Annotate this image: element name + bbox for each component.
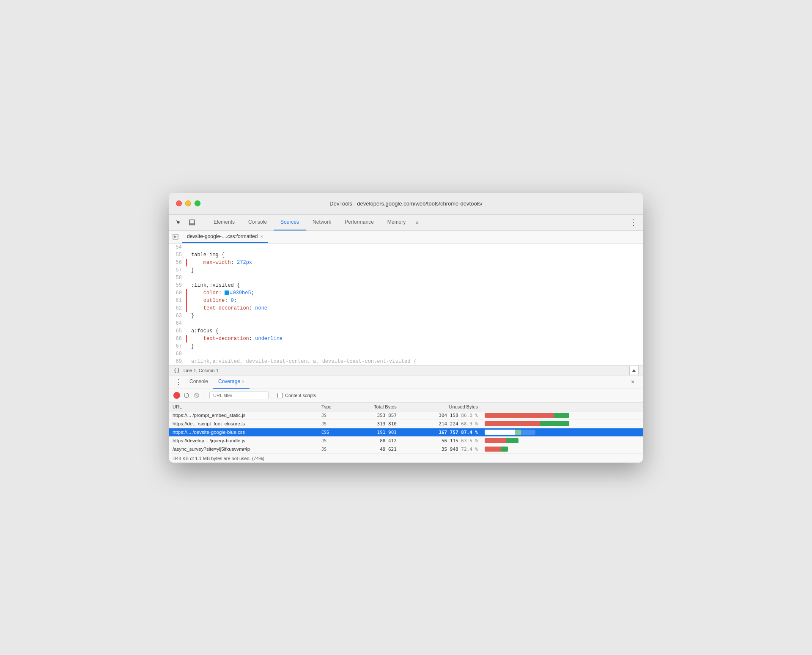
tab-memory[interactable]: Memory: [381, 215, 412, 230]
record-button[interactable]: [173, 392, 180, 399]
row-unused-bytes: 56 115 63.5 %: [400, 436, 481, 445]
row-total-bytes: 313 810: [348, 419, 400, 428]
row-unused-bytes: 35 948 72.4 %: [400, 445, 481, 453]
table-row[interactable]: https://... /prompt_embed_static.js JS 3…: [169, 411, 643, 419]
row-total-bytes: 49 621: [348, 445, 400, 453]
code-line-65: 65 a:focus {: [169, 327, 643, 335]
code-line-61: 61 outline: 0;: [169, 297, 643, 304]
code-content: text-decoration: none: [187, 304, 267, 312]
line-num: 62: [169, 304, 187, 312]
scroll-up-icon[interactable]: [629, 366, 639, 375]
clear-icon[interactable]: [193, 392, 200, 399]
tab-console[interactable]: Console: [241, 215, 274, 230]
svg-rect-1: [189, 223, 195, 225]
bottom-tab-more-icon[interactable]: ⋮: [173, 375, 184, 389]
cursor-icon[interactable]: [173, 217, 184, 228]
row-bar: [481, 419, 643, 428]
tab-performance[interactable]: Performance: [338, 215, 381, 230]
line-num: 67: [169, 343, 187, 350]
panel-close-button[interactable]: ×: [628, 377, 638, 387]
content-scripts-checkbox[interactable]: [277, 393, 283, 398]
coverage-tab-label: Coverage: [218, 378, 240, 384]
col-header-url: URL: [169, 403, 318, 411]
minimize-button[interactable]: [185, 200, 191, 206]
bottom-tabbar-right: ×: [628, 375, 639, 389]
row-type: CSS: [318, 428, 348, 436]
col-header-total-bytes: Total Bytes: [348, 403, 400, 411]
row-url: /async_survey?site=ylj5ifxusvvmr4p: [169, 445, 318, 453]
menu-icon[interactable]: ⋮: [628, 217, 639, 228]
tabbar-right: ⋮: [624, 215, 639, 230]
tab-elements[interactable]: Elements: [207, 215, 241, 230]
usage-bar: [485, 421, 569, 426]
bar-unused: [485, 413, 554, 418]
row-total-bytes: 191 901: [348, 428, 400, 436]
code-line-57: 57 }: [169, 266, 643, 274]
cursor-position: Line 1, Column 1: [184, 368, 219, 373]
row-total-bytes: 88 412: [348, 436, 400, 445]
reload-icon[interactable]: [183, 392, 190, 399]
table-header-row: URL Type Total Bytes Unused Bytes: [169, 403, 643, 411]
line-num: 57: [169, 266, 187, 274]
code-line-63: 63 }: [169, 312, 643, 320]
url-filter-input[interactable]: [209, 392, 269, 399]
bar-unused: [485, 421, 540, 426]
bar-used: [540, 421, 569, 426]
tab-sources[interactable]: Sources: [274, 215, 306, 230]
code-line-67: 67 }: [169, 343, 643, 350]
line-num: 68: [169, 350, 187, 358]
bar-used: [515, 430, 521, 435]
row-type: JS: [318, 436, 348, 445]
line-num: 66: [169, 335, 187, 343]
bottom-tab-console[interactable]: Console: [184, 375, 213, 389]
window-title: DevTools - developers.google.com/web/too…: [329, 200, 482, 207]
bottom-tabbar: ⋮ Console Coverage × ×: [169, 375, 643, 389]
content-scripts-label: Content scripts: [285, 393, 316, 398]
row-url: https://de... /script_foot_closure.js: [169, 419, 318, 428]
bar-rest: [521, 430, 535, 435]
main-tabbar: Elements Console Sources Network Perform…: [169, 215, 643, 231]
bottom-panel: ⋮ Console Coverage × ×: [169, 375, 643, 463]
line-num: 64: [169, 320, 187, 327]
table-row[interactable]: /async_survey?site=ylj5ifxusvvmr4p JS 49…: [169, 445, 643, 453]
statusbar: {} Line 1, Column 1: [169, 365, 643, 375]
code-line-59: 59 :link,:visited {: [169, 282, 643, 289]
code-line-69: 69 a:link,a:visited, devsite-toast-conte…: [169, 358, 643, 365]
sources-panel-icon[interactable]: [173, 231, 182, 243]
usage-bar: [485, 438, 518, 443]
console-tab-label: Console: [189, 378, 208, 384]
bar-unused: [485, 447, 501, 452]
code-content: max-width: 272px: [187, 259, 252, 266]
usage-bar: [485, 447, 508, 452]
bottom-tab-coverage[interactable]: Coverage ×: [213, 375, 250, 389]
code-editor[interactable]: 54 55 table img { 56 max-width: 272px 57…: [169, 244, 643, 365]
table-row[interactable]: https://de... /script_foot_closure.js JS…: [169, 419, 643, 428]
close-button[interactable]: [176, 200, 182, 206]
code-content: table img {: [187, 251, 225, 259]
statusbar-right: [629, 366, 639, 375]
row-bar: [481, 445, 643, 453]
tab-network[interactable]: Network: [306, 215, 338, 230]
file-tab-close[interactable]: ×: [260, 234, 263, 239]
dock-icon[interactable]: [186, 217, 198, 228]
code-content: }: [187, 266, 194, 274]
row-type: JS: [318, 411, 348, 419]
usage-bar: [485, 413, 569, 418]
row-url: https://... /prompt_embed_static.js: [169, 411, 318, 419]
table-row[interactable]: https://develop... /jquery-bundle.js JS …: [169, 436, 643, 445]
row-type: JS: [318, 419, 348, 428]
more-tabs-icon[interactable]: »: [412, 215, 422, 230]
row-type: JS: [318, 445, 348, 453]
bar-used: [506, 438, 518, 443]
usage-bar: [485, 430, 535, 435]
file-tab[interactable]: devsite-google-....css:formatted ×: [182, 231, 268, 243]
content-scripts-checkbox-label[interactable]: Content scripts: [277, 393, 316, 398]
toolbar-left: [173, 215, 203, 230]
maximize-button[interactable]: [195, 200, 200, 206]
code-content: }: [187, 343, 194, 350]
line-num: 69: [169, 358, 187, 365]
coverage-tab-close[interactable]: ×: [242, 379, 244, 384]
code-line-60: 60 color: #039be5;: [169, 289, 643, 297]
table-row[interactable]: https://... /devsite-google-blue.css CSS…: [169, 428, 643, 436]
code-content: }: [187, 312, 194, 320]
